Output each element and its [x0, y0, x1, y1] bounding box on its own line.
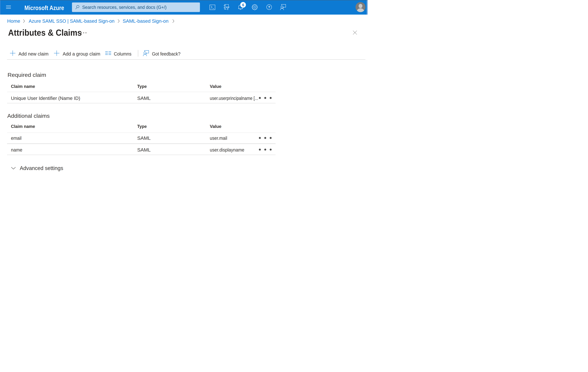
svg-text:?: ? — [268, 5, 270, 9]
